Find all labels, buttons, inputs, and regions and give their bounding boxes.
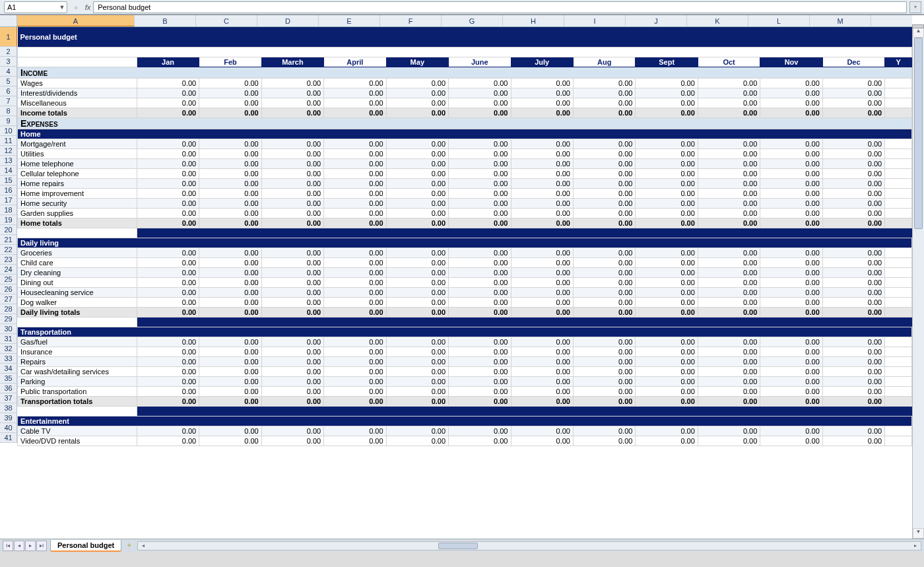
cell[interactable]: Transportation totals <box>18 396 137 406</box>
cell[interactable]: 0.00 <box>511 139 573 149</box>
row-header-23[interactable]: 23 <box>0 255 17 265</box>
cell[interactable]: 0.00 <box>822 108 884 117</box>
cell[interactable]: 0.00 <box>573 297 635 307</box>
cell[interactable]: 0.00 <box>760 347 822 356</box>
cell[interactable]: 0.00 <box>698 277 760 287</box>
cell[interactable]: 0.00 <box>324 149 386 158</box>
cell[interactable] <box>885 347 912 356</box>
month-header[interactable]: July <box>511 57 573 67</box>
cell[interactable]: Entertainment <box>18 416 912 426</box>
cell[interactable]: 0.00 <box>137 267 199 277</box>
cell[interactable]: 0.00 <box>636 396 698 406</box>
cell[interactable]: 0.00 <box>137 277 199 287</box>
cell[interactable]: 0.00 <box>698 98 760 108</box>
cell[interactable]: 0.00 <box>199 88 261 98</box>
month-header[interactable]: June <box>449 57 511 67</box>
cell[interactable]: 0.00 <box>698 396 760 406</box>
cell[interactable]: 0.00 <box>511 108 573 117</box>
cell[interactable]: Home totals <box>18 218 137 228</box>
cell[interactable]: 0.00 <box>449 248 511 257</box>
cell[interactable] <box>261 317 323 327</box>
cell[interactable]: 0.00 <box>573 436 635 446</box>
month-header[interactable]: April <box>324 57 386 67</box>
vertical-scrollbar[interactable]: ▲ ▼ <box>912 27 924 539</box>
cell[interactable] <box>18 47 912 57</box>
cell[interactable]: 0.00 <box>636 158 698 168</box>
cell[interactable]: 0.00 <box>698 356 760 366</box>
cell[interactable]: 0.00 <box>324 208 386 218</box>
cell[interactable]: 0.00 <box>822 208 884 218</box>
cell[interactable]: 0.00 <box>199 208 261 218</box>
cell[interactable] <box>885 78 912 88</box>
cell[interactable]: 0.00 <box>386 347 448 356</box>
cell[interactable]: 0.00 <box>698 267 760 277</box>
row-header-36[interactable]: 36 <box>0 384 17 393</box>
cell[interactable]: 0.00 <box>760 396 822 406</box>
row-header-30[interactable]: 30 <box>0 324 17 334</box>
cell[interactable]: 0.00 <box>386 168 448 178</box>
cell[interactable] <box>18 406 137 416</box>
cell[interactable]: 0.00 <box>137 337 199 347</box>
cell[interactable]: 0.00 <box>636 178 698 188</box>
cell[interactable] <box>137 317 199 327</box>
row-header-16[interactable]: 16 <box>0 185 17 195</box>
cell[interactable]: 0.00 <box>511 188 573 198</box>
cell[interactable]: 0.00 <box>386 88 448 98</box>
cell[interactable]: 0.00 <box>636 386 698 396</box>
cell[interactable] <box>885 317 912 327</box>
cell[interactable]: 0.00 <box>137 149 199 158</box>
cell[interactable] <box>636 228 698 238</box>
cell[interactable]: 0.00 <box>199 366 261 376</box>
cell[interactable] <box>199 406 261 416</box>
cell[interactable]: 0.00 <box>511 257 573 267</box>
cell[interactable]: 0.00 <box>386 188 448 198</box>
cell[interactable]: 0.00 <box>199 347 261 356</box>
last-tab-icon[interactable]: ▸I <box>36 541 47 551</box>
cell[interactable]: 0.00 <box>760 436 822 446</box>
cell[interactable]: 0.00 <box>822 436 884 446</box>
cell[interactable] <box>885 366 912 376</box>
cell[interactable]: 0.00 <box>760 248 822 257</box>
cell[interactable]: 0.00 <box>261 158 323 168</box>
row-header-39[interactable]: 39 <box>0 413 17 423</box>
cell[interactable]: 0.00 <box>698 436 760 446</box>
row-header-14[interactable]: 14 <box>0 166 17 176</box>
col-header-E[interactable]: E <box>319 15 380 26</box>
row-header-40[interactable]: 40 <box>0 423 17 433</box>
cell[interactable]: 0.00 <box>449 158 511 168</box>
cell[interactable]: 0.00 <box>760 337 822 347</box>
cell[interactable]: 0.00 <box>698 78 760 88</box>
cell[interactable]: 0.00 <box>760 88 822 98</box>
cell[interactable]: 0.00 <box>636 356 698 366</box>
cell[interactable]: Interest/dividends <box>18 88 137 98</box>
row-header-9[interactable]: 9 <box>0 116 17 126</box>
cell[interactable]: 0.00 <box>261 168 323 178</box>
col-header-C[interactable]: C <box>196 15 257 26</box>
scroll-thumb[interactable] <box>914 38 923 229</box>
cell[interactable] <box>885 108 912 117</box>
cell[interactable]: 0.00 <box>199 139 261 149</box>
cell[interactable]: 0.00 <box>449 178 511 188</box>
cell[interactable]: 0.00 <box>137 198 199 208</box>
cell[interactable]: 0.00 <box>636 426 698 436</box>
cell[interactable] <box>636 406 698 416</box>
cell[interactable]: 0.00 <box>822 78 884 88</box>
cell[interactable]: 0.00 <box>137 366 199 376</box>
cell[interactable]: 0.00 <box>698 218 760 228</box>
cell[interactable]: 0.00 <box>261 178 323 188</box>
cell[interactable]: 0.00 <box>822 356 884 366</box>
cell[interactable]: Dog walker <box>18 297 137 307</box>
cell[interactable]: 0.00 <box>137 248 199 257</box>
cell[interactable]: 0.00 <box>137 139 199 149</box>
cell[interactable]: 0.00 <box>199 356 261 366</box>
cell[interactable] <box>511 406 573 416</box>
cell[interactable]: 0.00 <box>636 287 698 297</box>
scroll-down-icon[interactable]: ▼ <box>913 528 924 539</box>
cell[interactable]: 0.00 <box>449 337 511 347</box>
cell[interactable]: 0.00 <box>137 307 199 317</box>
cell[interactable]: 0.00 <box>386 257 448 267</box>
cell[interactable]: 0.00 <box>261 208 323 218</box>
col-header-K[interactable]: K <box>687 15 748 26</box>
cell[interactable]: 0.00 <box>324 287 386 297</box>
cell[interactable] <box>386 317 448 327</box>
